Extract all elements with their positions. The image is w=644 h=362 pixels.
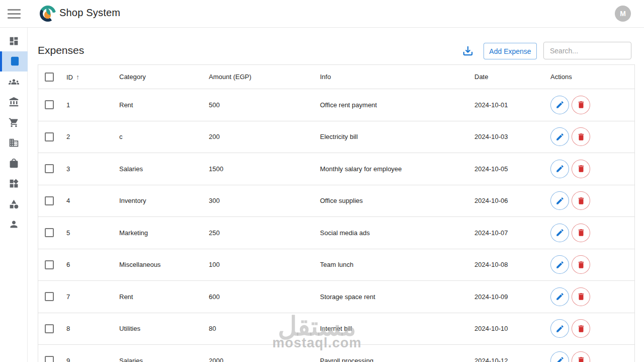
- cell-amount: 250: [209, 229, 320, 237]
- row-checkbox[interactable]: [45, 196, 54, 205]
- column-header-category[interactable]: Category: [119, 73, 209, 81]
- delete-button[interactable]: [572, 287, 590, 306]
- cell-date: 2024-10-09: [474, 293, 550, 301]
- delete-button[interactable]: [572, 96, 590, 114]
- delete-button[interactable]: [572, 351, 590, 362]
- row-checkbox[interactable]: [45, 324, 54, 333]
- row-checkbox[interactable]: [45, 164, 54, 173]
- cell-amount: 80: [209, 325, 320, 332]
- cell-id: 1: [66, 101, 119, 109]
- sidebar-item-expenses[interactable]: [0, 51, 28, 72]
- export-button[interactable]: [461, 44, 475, 58]
- delete-button[interactable]: [572, 160, 590, 178]
- dashboard-icon: [9, 36, 19, 46]
- table-row: 6 Miscellaneous 100 Team lunch 2024-10-0…: [38, 249, 634, 281]
- cell-info: Electricity bill: [320, 133, 474, 140]
- user-avatar[interactable]: M: [615, 6, 631, 22]
- column-header-date[interactable]: Date: [474, 73, 550, 81]
- cell-category: c: [119, 133, 209, 140]
- bank-icon: [9, 97, 19, 107]
- trash-icon: [577, 292, 586, 301]
- row-checkbox[interactable]: [45, 228, 54, 237]
- pencil-icon: [555, 260, 565, 269]
- cell-date: 2024-10-01: [474, 101, 550, 109]
- delete-button[interactable]: [572, 191, 590, 210]
- cell-info: Storage space rent: [320, 293, 474, 301]
- edit-button[interactable]: [550, 96, 569, 114]
- row-checkbox[interactable]: [45, 132, 54, 141]
- table-row: 3 Salaries 1500 Monthly salary for emplo…: [38, 153, 634, 185]
- column-header-id[interactable]: ID↑: [66, 73, 119, 81]
- cell-category: Inventory: [119, 197, 209, 204]
- edit-button[interactable]: [550, 287, 569, 306]
- row-checkbox[interactable]: [45, 292, 54, 301]
- cell-info: Internet bill: [320, 325, 474, 332]
- cell-id: 7: [66, 293, 119, 301]
- cell-category: Salaries: [119, 357, 209, 362]
- cell-id: 4: [66, 197, 119, 204]
- cell-info: Payroll processing: [320, 357, 474, 362]
- sidebar-item-purchases[interactable]: [0, 112, 28, 133]
- pencil-icon: [555, 292, 565, 301]
- cell-amount: 100: [209, 261, 320, 268]
- search-input[interactable]: [543, 42, 631, 59]
- sidebar-item-dashboard[interactable]: [0, 31, 28, 51]
- sidebar-item-company[interactable]: [0, 133, 28, 154]
- building-icon: [9, 137, 19, 148]
- cell-date: 2024-10-06: [474, 197, 550, 204]
- trash-icon: [577, 260, 586, 269]
- pencil-icon: [555, 164, 565, 173]
- sidebar-item-profile[interactable]: [0, 214, 28, 235]
- pencil-icon: [555, 100, 565, 109]
- trash-icon: [577, 356, 586, 362]
- column-header-amount[interactable]: Amount (EGP): [209, 73, 320, 81]
- edit-button[interactable]: [550, 224, 569, 242]
- sidebar-item-customers[interactable]: [0, 71, 28, 92]
- column-header-actions: Actions: [550, 73, 634, 81]
- table-row: 9 Salaries 2000 Payroll processing 2024-…: [38, 345, 634, 362]
- row-checkbox[interactable]: [45, 100, 54, 109]
- edit-button[interactable]: [550, 127, 569, 146]
- table-body: 1 Rent 500 Office rent payment 2024-10-0…: [38, 89, 634, 362]
- cell-info: Social media ads: [320, 229, 474, 237]
- edit-button[interactable]: [550, 351, 569, 362]
- cell-info: Office rent payment: [320, 101, 474, 109]
- pencil-icon: [555, 228, 565, 237]
- cell-category: Rent: [119, 293, 209, 301]
- trash-icon: [577, 324, 586, 333]
- add-expense-button[interactable]: Add Expense: [484, 43, 537, 59]
- table-row: 5 Marketing 250 Social media ads 2024-10…: [38, 217, 634, 249]
- delete-button[interactable]: [572, 224, 590, 242]
- expenses-table: ID↑ Category Amount (EGP) Info Date Acti…: [38, 64, 635, 362]
- cell-category: Utilities: [119, 325, 209, 332]
- page-title: Expenses: [38, 44, 84, 56]
- menu-icon[interactable]: [8, 9, 21, 19]
- cell-amount: 600: [209, 293, 320, 301]
- delete-button[interactable]: [572, 319, 590, 338]
- sidebar-item-categories[interactable]: [0, 194, 28, 214]
- cell-id: 5: [66, 229, 119, 237]
- cell-amount: 1500: [209, 165, 320, 173]
- edit-button[interactable]: [550, 160, 569, 178]
- column-header-info[interactable]: Info: [320, 73, 474, 81]
- cell-amount: 500: [209, 101, 320, 109]
- edit-button[interactable]: [550, 255, 569, 274]
- sidebar-item-bank[interactable]: [0, 92, 28, 113]
- edit-button[interactable]: [550, 319, 569, 338]
- row-checkbox[interactable]: [45, 260, 54, 269]
- table-row: 1 Rent 500 Office rent payment 2024-10-0…: [38, 89, 634, 121]
- select-all-checkbox[interactable]: [45, 73, 54, 82]
- pencil-icon: [555, 196, 565, 205]
- delete-button[interactable]: [572, 255, 590, 274]
- delete-button[interactable]: [572, 127, 590, 146]
- cell-info: Office supplies: [320, 197, 474, 204]
- cell-id: 3: [66, 165, 119, 173]
- edit-button[interactable]: [550, 191, 569, 210]
- sidebar-item-products[interactable]: [0, 153, 28, 174]
- sort-asc-icon[interactable]: ↑: [76, 73, 79, 81]
- calculator-icon: [10, 56, 20, 66]
- cell-date: 2024-10-08: [474, 261, 550, 268]
- sidebar-item-widgets[interactable]: [0, 174, 28, 194]
- row-checkbox[interactable]: [45, 356, 54, 362]
- table-row: 8 Utilities 80 Internet bill 2024-10-10: [38, 313, 634, 345]
